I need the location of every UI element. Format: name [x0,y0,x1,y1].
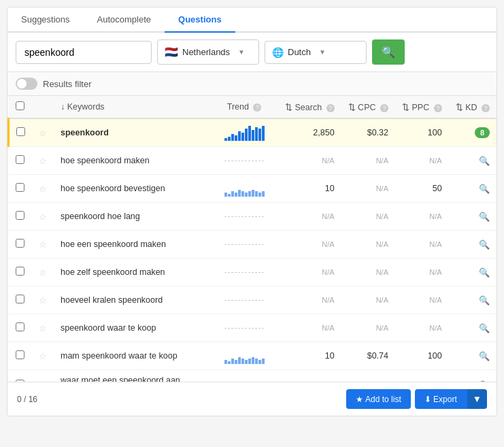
kd-search-icon[interactable]: 🔍 [479,380,490,382]
row-checkbox[interactable] [16,380,24,382]
kd-search-icon[interactable]: 🔍 [479,295,490,305]
col-cpc-label: ⇅ CPC [348,103,376,112]
row-cpc-cell: $0.74 [341,342,395,370]
na-badge: N/A [322,268,334,276]
trend-dot [252,161,254,161]
kd-search-icon[interactable]: 🔍 [479,156,490,166]
results-filter-toggle[interactable] [16,78,37,90]
kd-search-icon[interactable]: 🔍 [479,239,490,250]
row-checkbox[interactable] [16,127,25,136]
row-search-cell: 10 [278,342,341,370]
trend-dot [224,244,226,245]
country-select[interactable]: 🇳🇱 Netherlands ▼ [157,39,259,65]
keyword-text: waar moet een speenkoord aan voldoen [61,376,180,382]
search-button[interactable]: 🔍 [372,39,405,65]
na-badge: N/A [322,381,334,382]
row-checkbox[interactable] [16,322,24,331]
trend-bar-segment [248,191,251,197]
select-all-checkbox[interactable] [16,101,24,110]
trend-bar-segment [262,126,265,141]
row-kd-cell: 🔍 [449,286,497,314]
export-dropdown-button[interactable]: ▼ [467,389,487,409]
row-trend-cell [210,286,278,314]
na-badge: N/A [429,296,441,304]
kd-search-icon[interactable]: 🔍 [479,267,490,278]
row-checkbox-cell [9,259,33,286]
kd-search-icon[interactable]: 🔍 [479,212,490,222]
trend-dot [248,216,250,217]
row-star-cell[interactable]: ☆ [32,118,54,147]
kd-search-icon[interactable]: 🔍 [479,323,490,333]
row-kd-cell: 8 [449,118,497,147]
trend-dot [238,300,240,301]
col-header-cpc[interactable]: ⇅ CPC ? [341,96,395,118]
row-keyword-cell: hoe speenkoord maken [54,147,210,175]
export-group: ⬇ Export ▼ [415,389,487,409]
col-header-keywords[interactable]: ↓ Keywords [54,96,210,118]
row-cpc-cell: N/A [341,286,395,314]
row-star-cell[interactable]: ☆ [32,203,54,231]
language-select[interactable]: 🌐 Dutch ▼ [265,41,367,64]
export-button[interactable]: ⬇ Export [415,389,467,409]
row-star-cell[interactable]: ☆ [32,286,54,314]
kd-search-icon[interactable]: 🔍 [479,184,490,194]
row-star-cell[interactable]: ☆ [32,175,54,203]
row-checkbox[interactable] [16,267,24,276]
trend-dot [231,328,233,329]
search-input[interactable] [16,41,152,64]
trend-bar-segment [248,359,251,364]
na-badge: N/A [429,212,441,220]
col-header-search[interactable]: ⇅ Search ? [278,96,341,118]
row-checkbox[interactable] [16,350,24,359]
row-search-cell: N/A [278,259,341,286]
row-checkbox[interactable] [16,155,24,164]
row-ppc-cell: 100 [395,342,449,370]
kd-search-icon[interactable]: 🔍 [479,351,490,361]
row-keyword-cell: speenkoord [54,118,210,147]
tab-suggestions[interactable]: Suggestions [7,7,84,31]
row-star-cell[interactable]: ☆ [32,147,54,175]
row-star-cell[interactable]: ☆ [32,370,54,382]
row-trend-cell [210,231,278,259]
trend-bar-segment [235,360,237,364]
search-bar: 🇳🇱 Netherlands ▼ 🌐 Dutch ▼ 🔍 [7,33,497,72]
row-cpc-cell: N/A [341,314,395,342]
row-trend-cell [210,259,278,286]
country-select-wrapper[interactable]: 🇳🇱 Netherlands ▼ [157,39,259,65]
trend-bar-segment [231,359,234,364]
tab-questions[interactable]: Questions [165,7,235,33]
language-select-wrapper[interactable]: 🌐 Dutch ▼ [265,41,367,64]
trend-dot [238,216,240,217]
row-ppc-cell: N/A [395,370,449,382]
row-star-cell[interactable]: ☆ [32,259,54,286]
trend-bar-segment [258,193,261,197]
filter-bar: Results filter [7,72,497,96]
row-star-cell[interactable]: ☆ [32,231,54,259]
trend-bar-segment [258,360,261,364]
row-star-cell[interactable]: ☆ [32,314,54,342]
row-checkbox[interactable] [16,211,24,220]
add-to-list-button[interactable]: ★ Add to list [346,389,410,409]
row-checkbox-cell [9,314,33,342]
trend-bar-segment [228,137,231,141]
row-checkbox[interactable] [16,239,24,248]
trend-dot [241,300,243,301]
chevron-down-icon: ▼ [473,394,482,404]
row-star-cell[interactable]: ☆ [32,342,54,370]
trend-bar-segment [252,190,254,197]
trend-help-icon: ? [253,103,261,112]
row-checkbox[interactable] [16,183,24,192]
col-header-ppc[interactable]: ⇅ PPC ? [395,96,449,118]
trend-dot [241,244,243,245]
row-checkbox-cell [9,286,33,314]
trend-dot [228,244,230,245]
col-header-kd[interactable]: ⇅ KD ? [449,96,497,118]
col-header-trend[interactable]: Trend ? [210,96,278,118]
tab-autocomplete[interactable]: Autocomplete [84,7,165,31]
row-checkbox[interactable] [16,295,24,303]
cpc-help-icon: ? [380,104,388,112]
trend-dot [228,161,230,161]
row-checkbox-cell [9,203,33,231]
chevron-down-icon: ▼ [319,48,326,56]
trend-dot [235,328,237,329]
